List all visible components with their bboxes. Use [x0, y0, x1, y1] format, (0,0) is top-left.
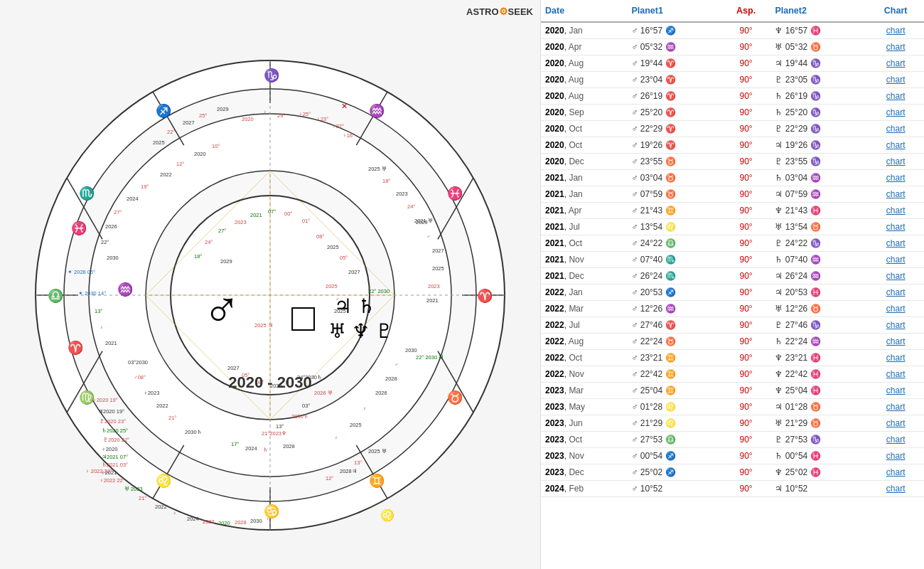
planet2-cell: ♆ 21°43 ♓ [770, 203, 867, 219]
chart-link[interactable]: chart [867, 186, 924, 203]
svg-text:2025 ♃: 2025 ♃ [254, 322, 273, 329]
chart-link[interactable]: chart [867, 39, 924, 55]
svg-text:♀: ♀ [266, 516, 270, 522]
table-row: 2021, Jan ♂ 03°04 ♉ 90° ♄ 03°04 ♒ chart [541, 170, 924, 186]
table-row: 2020, Apr ♂ 05°32 ♒ 90° ♅ 05°32 ♉ chart [541, 39, 924, 55]
date-cell: 2023, Nov [541, 448, 627, 464]
svg-text:♄2021 03°: ♄2021 03° [102, 462, 128, 468]
svg-text:2022: 2022 [160, 171, 172, 178]
asp-cell: 90° [721, 252, 771, 268]
svg-text:05°: 05° [340, 255, 348, 261]
svg-text:2021 ♅: 2021 ♅ [414, 218, 433, 224]
svg-text:00°: 00° [284, 211, 292, 217]
svg-text:2023: 2023 [428, 283, 440, 289]
planet1-cell: ♂ 01°28 ♌ [627, 399, 721, 415]
svg-text:♅ 2023: ♅ 2023 [124, 486, 143, 492]
chart-link[interactable]: chart [867, 334, 924, 350]
svg-text:♀: ♀ [362, 405, 367, 412]
svg-text:2030♄: 2030♄ [185, 429, 202, 435]
chart-link[interactable]: chart [867, 366, 924, 383]
table-row: 2022, Aug ♂ 22°24 ♉ 90° ♄ 22°24 ♒ chart [541, 334, 924, 350]
left-panel: ASTRO⚙SEEK [0, 0, 540, 569]
svg-text:♒: ♒ [117, 282, 134, 297]
svg-text:2021: 2021 [250, 212, 262, 218]
chart-link[interactable]: chart [867, 464, 924, 481]
chart-link[interactable]: chart [867, 415, 924, 432]
svg-text:♂: ♂ [203, 281, 241, 338]
chart-link[interactable]: chart [867, 252, 924, 268]
svg-text:22°: 22° [167, 129, 175, 135]
svg-text:♀: ♀ [334, 435, 338, 441]
planet1-cell: ♂ 25°02 ♐ [627, 464, 721, 481]
chart-link[interactable]: chart [867, 301, 924, 317]
chart-link[interactable]: chart [867, 284, 924, 301]
chart-link[interactable]: chart [867, 121, 924, 137]
svg-text:2028: 2028 [235, 519, 247, 526]
planet1-cell: ♂ 19°44 ♈ [627, 55, 721, 72]
table-row: 2020, Jan ♂ 16°57 ♐ 90° ♆ 16°57 ♓ chart [541, 22, 924, 39]
chart-link[interactable]: chart [867, 448, 924, 464]
col-chart: Chart [867, 0, 924, 22]
planet1-cell: ♂ 13°54 ♌ [627, 219, 721, 235]
svg-text:22° 2030: 22° 2030 [368, 288, 390, 294]
svg-text:03°: 03° [302, 403, 310, 409]
planet2-cell: ♃ 19°44 ♑ [770, 55, 867, 72]
chart-link[interactable]: chart [867, 383, 924, 399]
chart-link[interactable]: chart [867, 105, 924, 121]
svg-text:2026: 2026 [375, 390, 387, 396]
date-cell: 2022, Oct [541, 350, 627, 366]
planet1-cell: ♂ 23°21 ♊ [627, 350, 721, 366]
chart-link[interactable]: chart [867, 350, 924, 366]
date-cell: 2021, Jan [541, 170, 627, 186]
asp-cell: 90° [721, 268, 771, 284]
svg-text:2021: 2021 [426, 297, 439, 304]
chart-link[interactable]: chart [867, 219, 924, 235]
svg-text:♇2020 22°: ♇2020 22° [103, 437, 129, 443]
svg-text:♌: ♌ [380, 509, 394, 522]
table-row: 2023, May ♂ 01°28 ♌ 90° ♃ 01°28 ♉ chart [541, 399, 924, 415]
svg-text:2026: 2026 [105, 223, 117, 230]
svg-text:✶ 2030 14°: ✶ 2030 14° [78, 290, 106, 297]
svg-text:12°: 12° [176, 161, 184, 167]
chart-link[interactable]: chart [867, 55, 924, 72]
asp-cell: 90° [721, 350, 771, 366]
svg-text:03°2030: 03°2030 [128, 359, 148, 366]
svg-text:♄: ♄ [263, 447, 268, 453]
asp-cell: 90° [721, 105, 771, 121]
date-cell: 2020, Aug [541, 55, 627, 72]
chart-link[interactable]: chart [867, 154, 924, 170]
chart-link[interactable]: chart [867, 72, 924, 88]
svg-text:♏: ♏ [79, 186, 95, 201]
chart-link[interactable]: chart [867, 399, 924, 415]
chart-link[interactable]: chart [867, 432, 924, 448]
svg-text:2025 ♅: 2025 ♅ [368, 448, 387, 454]
table-row: 2020, Aug ♂ 23°04 ♈ 90° ♇ 23°05 ♑ chart [541, 72, 924, 88]
svg-text:♀23°: ♀23° [316, 116, 328, 122]
astro-seek-logo: ASTRO⚙SEEK [466, 6, 533, 17]
chart-link[interactable]: chart [867, 481, 924, 497]
asp-cell: 90° [721, 39, 771, 55]
chart-link[interactable]: chart [867, 235, 924, 252]
chart-link[interactable]: chart [867, 170, 924, 186]
chart-link[interactable]: chart [867, 268, 924, 284]
chart-link[interactable]: chart [867, 88, 924, 105]
planet1-cell: ♂ 05°32 ♒ [627, 39, 721, 55]
table-row: 2020, Dec ♂ 23°55 ♉ 90° ♇ 23°55 ♑ chart [541, 154, 924, 170]
chart-link[interactable]: chart [867, 317, 924, 334]
planet2-cell: ♃ 19°26 ♑ [770, 137, 867, 154]
planet2-cell: ♃ 10°52 [770, 481, 867, 497]
chart-link[interactable]: chart [867, 22, 924, 39]
asp-cell: 90° [721, 137, 771, 154]
chart-link[interactable]: chart [867, 137, 924, 154]
date-cell: 2023, May [541, 399, 627, 415]
date-cell: 2023, Jun [541, 415, 627, 432]
logo-name: ASTRO⚙SEEK [466, 6, 533, 17]
chart-link[interactable]: chart [867, 203, 924, 219]
table-row: 2021, Oct ♂ 24°22 ♎ 90° ♇ 24°22 ♑ chart [541, 235, 924, 252]
svg-text:2024: 2024 [187, 516, 199, 522]
date-cell: 2020, Jan [541, 22, 627, 39]
svg-text:2026 ♅: 2026 ♅ [314, 390, 333, 396]
svg-text:22°: 22° [101, 239, 109, 245]
asp-cell: 90° [721, 55, 771, 72]
svg-text:2025: 2025 [432, 265, 444, 272]
